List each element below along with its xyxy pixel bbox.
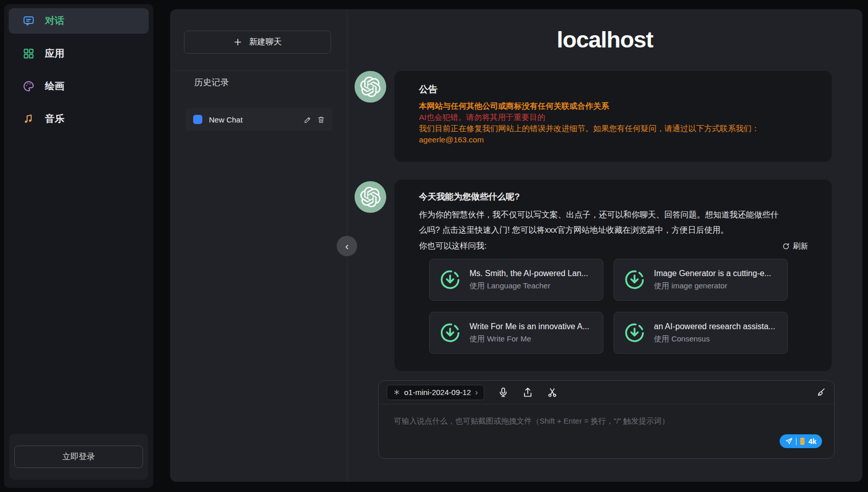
welcome-body: 作为你的智慧伙伴，我不仅可以写文案、出点子，还可以和你聊天、回答问题。想知道我还… — [419, 207, 783, 238]
history-item-title: New Chat — [209, 115, 297, 124]
sidebar-item-label: 应用 — [45, 47, 64, 60]
openai-logo-icon — [360, 77, 381, 97]
refresh-label: 刷新 — [793, 241, 808, 251]
upload-icon[interactable] — [522, 387, 533, 398]
model-label: o1-mini-2024-09-12 — [404, 388, 471, 397]
download-circle-icon — [623, 322, 646, 344]
suggestion-cards: Ms. Smith, the AI-powered Lan... 使用 Lang… — [429, 259, 807, 354]
welcome-title: 今天我能为您做些什么呢? — [419, 191, 807, 203]
composer: o1-mini-2024-09-12 › — [378, 380, 835, 459]
apps-grid-icon — [22, 47, 35, 60]
ask-label: 你也可以这样问我: — [419, 241, 486, 252]
message-input[interactable] — [379, 404, 834, 457]
suggestion-card[interactable]: Write For Me is an innovative A... 使用 Wr… — [429, 312, 603, 354]
delete-icon[interactable] — [317, 116, 325, 124]
sidebar-item-drawing[interactable]: 绘画 — [9, 73, 149, 99]
badge-divider — [796, 438, 797, 445]
chat-list-divider — [170, 70, 347, 71]
download-circle-icon — [623, 268, 646, 291]
suggestion-subtitle: 使用 Language Teacher — [470, 281, 588, 291]
new-chat-label: 新建聊天 — [249, 37, 282, 47]
sidebar: 对话 应用 绘画 — [4, 4, 153, 488]
login-card: 立即登录 — [9, 434, 148, 480]
token-coin-icon — [800, 437, 805, 445]
suggestion-subtitle: 使用 Consensus — [654, 334, 775, 344]
composer-toolbar: o1-mini-2024-09-12 › — [379, 381, 834, 404]
new-chat-button[interactable]: 新建聊天 — [184, 31, 331, 54]
scissors-icon[interactable] — [547, 387, 558, 398]
download-circle-icon — [439, 322, 461, 344]
announcement-message: 公告 本网站与任何其他公司或商标没有任何关联或合作关系 AI也会犯错。请勿将其用… — [394, 71, 832, 162]
sidebar-nav: 对话 应用 绘画 — [4, 4, 153, 143]
palette-icon — [22, 80, 35, 92]
suggestion-subtitle: 使用 image generator — [654, 281, 771, 291]
sparkle-icon — [393, 389, 400, 396]
suggestion-card[interactable]: Ms. Smith, the AI-powered Lan... 使用 Lang… — [429, 259, 603, 301]
refresh-icon — [782, 242, 790, 250]
history-item-actions — [304, 116, 325, 124]
broom-clear-icon[interactable] — [815, 387, 826, 398]
token-count: 4k — [808, 437, 816, 446]
suggestion-title: Write For Me is an innovative A... — [470, 322, 589, 331]
login-button[interactable]: 立即登录 — [14, 446, 143, 468]
sidebar-item-chat[interactable]: 对话 — [9, 8, 149, 34]
page-title: localhost — [347, 27, 862, 53]
announcement-title: 公告 — [419, 83, 807, 95]
announcement-line: 我们目前正在修复我们网站上的错误并改进细节。如果您有任何疑问，请通过以下方式联系… — [419, 123, 807, 134]
suggestion-card[interactable]: Image Generator is a cutting-e... 使用 ima… — [614, 259, 788, 301]
download-circle-icon — [439, 268, 461, 291]
paper-plane-icon — [785, 437, 793, 445]
ask-row: 你也可以这样问我: 刷新 — [419, 241, 808, 252]
sidebar-item-label: 绘画 — [45, 80, 64, 93]
suggestion-card[interactable]: an AI-powered research assista... 使用 Con… — [614, 312, 788, 354]
plus-icon — [233, 38, 242, 46]
assistant-avatar — [355, 71, 386, 103]
announcement-line: AI也会犯错。请勿将其用于重要目的 — [419, 112, 807, 123]
chat-bubble-icon — [22, 15, 35, 27]
contact-email: ageerle@163.com — [419, 134, 807, 145]
sidebar-item-apps[interactable]: 应用 — [9, 41, 149, 66]
suggestion-title: an AI-powered research assista... — [654, 322, 775, 331]
refresh-suggestions-button[interactable]: 刷新 — [782, 241, 808, 251]
history-item[interactable]: New Chat — [185, 108, 333, 131]
chat-color-icon — [193, 115, 202, 124]
assistant-avatar — [355, 181, 386, 213]
collapse-sidebar-button[interactable]: ‹ — [337, 236, 357, 256]
model-selector[interactable]: o1-mini-2024-09-12 › — [387, 385, 484, 400]
content-panel: 新建聊天 历史记录 New Chat ‹ l — [170, 9, 862, 482]
send-button[interactable]: 4k — [780, 434, 822, 448]
sidebar-item-label: 对话 — [45, 14, 64, 28]
history-heading: 历史记录 — [194, 77, 229, 88]
announcement-line: 本网站与任何其他公司或商标没有任何关联或合作关系 — [419, 101, 807, 112]
chat-main: localhost 公告 本网站与任何其他公司或商标没有任何关联或合作关系 AI… — [347, 9, 862, 482]
music-note-icon — [22, 113, 35, 125]
chat-list-column: 新建聊天 历史记录 New Chat — [170, 9, 347, 482]
microphone-icon[interactable] — [498, 387, 509, 398]
sidebar-item-music[interactable]: 音乐 — [9, 106, 149, 132]
openai-logo-icon — [360, 187, 381, 207]
suggestion-title: Image Generator is a cutting-e... — [654, 269, 771, 278]
edit-icon[interactable] — [304, 116, 312, 124]
suggestion-title: Ms. Smith, the AI-powered Lan... — [470, 269, 588, 278]
suggestion-subtitle: 使用 Write For Me — [470, 334, 589, 344]
welcome-message: 今天我能为您做些什么呢? 作为你的智慧伙伴，我不仅可以写文案、出点子，还可以和你… — [394, 180, 832, 371]
sidebar-item-label: 音乐 — [45, 112, 64, 126]
chevron-right-icon: › — [475, 388, 478, 397]
